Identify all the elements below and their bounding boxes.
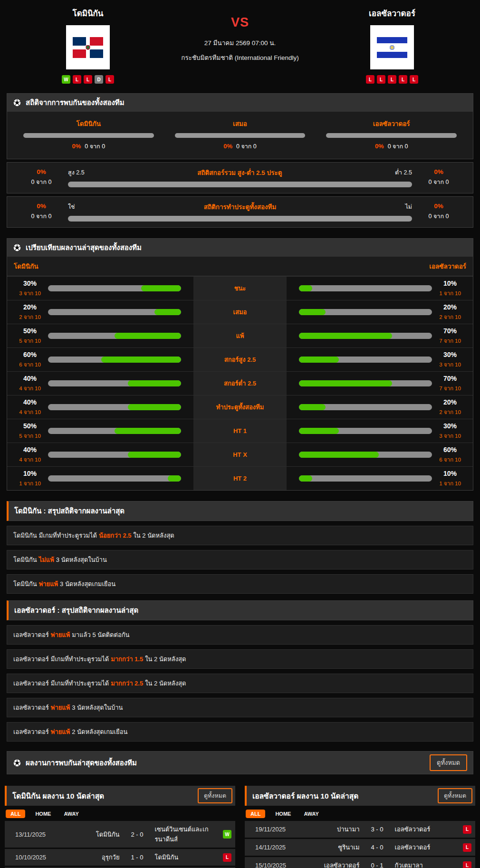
h2h-stat-column: เอลซัลวาดอร์ 0%0 จาก 0 bbox=[326, 118, 457, 151]
home-count: 5 จาก 10 bbox=[12, 337, 48, 345]
away-stat-bar bbox=[299, 404, 432, 410]
view-all-button[interactable]: ดูทั้งหมด bbox=[430, 754, 467, 771]
match-date: 15/10/2025 bbox=[249, 862, 297, 868]
filter-tab[interactable]: AWAY bbox=[301, 810, 321, 818]
compare-row: 60% 6 จาก 10 สกอร์สูง 2.5 30% 3 จาก 10 bbox=[7, 347, 473, 371]
match-info: VS 27 มีนาคม 2569 07:00 น. กระชับมิตรทีม… bbox=[176, 4, 304, 84]
away-team: เอลซัลวาดอร์ bbox=[391, 824, 458, 834]
away-stat-bar bbox=[299, 475, 432, 482]
home-count: 5 จาก 10 bbox=[12, 432, 48, 440]
h2h-column-label: เอลซัลวาดอร์ bbox=[326, 118, 457, 129]
summary-text-post: มาแล้ว 5 นัดติดต่อกัน bbox=[72, 631, 129, 638]
home-team: โดมินิกัน bbox=[57, 829, 124, 839]
summary-text-pre: มีเกมที่ทำประตูรวมได้ bbox=[51, 656, 109, 663]
compare-stat-label: HT 1 bbox=[193, 419, 287, 443]
match-datetime: 27 มีนาคม 2569 07:00 น. bbox=[176, 38, 304, 48]
form-result-badge: L bbox=[388, 75, 396, 84]
compare-away-label: เอลซัลวาดอร์ bbox=[429, 261, 466, 271]
home-percent: 10% bbox=[12, 470, 48, 477]
match-score: 1 - 0 bbox=[124, 854, 151, 861]
compare-stat-label: แพ้ bbox=[193, 324, 287, 347]
ou-right-label: ต่ำ 2.5 bbox=[395, 168, 412, 177]
summary-highlight: มากกว่า 2.5 bbox=[111, 680, 143, 687]
away-percent: 60% bbox=[432, 446, 468, 453]
summary-team: เอลซัลวาดอร์ bbox=[13, 680, 49, 687]
summary-text-post: 3 นัดหลังสุดในบ้าน bbox=[72, 704, 123, 711]
result-badge: L bbox=[463, 843, 471, 852]
compare-row: 40% 4 จาก 10 ทำประตูทั้งสองทีม 20% 2 จาก… bbox=[7, 395, 473, 419]
h2h-stat-column: โดมินิกัน 0%0 จาก 0 bbox=[23, 118, 154, 151]
filter-tab[interactable]: HOME bbox=[32, 810, 54, 818]
home-table-tabs: ALLHOMEAWAY bbox=[5, 808, 235, 821]
form-result-badge: L bbox=[410, 75, 418, 84]
away-stat-bar bbox=[299, 380, 432, 386]
away-count: 3 จาก 10 bbox=[432, 360, 468, 369]
match-row[interactable]: 10/10/2025 อุรุกวัย 1 - 0 โดมินิกัน L bbox=[5, 849, 235, 866]
match-date: 19/11/2025 bbox=[249, 826, 297, 833]
home-team: อุรุกวัย bbox=[57, 852, 124, 862]
home-count: 4 จาก 10 bbox=[12, 455, 48, 464]
soccer-ball-icon bbox=[13, 759, 21, 767]
competition-name: กระชับมิตรทีมชาติ (International Friendl… bbox=[176, 52, 304, 63]
view-all-button[interactable]: ดูทั้งหมด bbox=[438, 788, 472, 803]
away-team: เอลซัลวาดอร์ bbox=[391, 842, 458, 852]
away-percent: 70% bbox=[432, 375, 468, 382]
home-percent: 60% bbox=[12, 351, 48, 358]
match-date: 14/11/2025 bbox=[249, 844, 297, 851]
home-team: ปานามา bbox=[297, 824, 364, 834]
compare-row: 30% 3 จาก 10 ชนะ 10% 1 จาก 10 bbox=[7, 276, 473, 300]
match-score: 0 - 1 bbox=[364, 862, 391, 868]
btts-title: สถิติการทำประตูทั้งสองทีม bbox=[204, 202, 277, 212]
form-result-badge: L bbox=[366, 75, 374, 84]
summary-text-post: 3 นัดหลังสุดเกมเยือน bbox=[60, 580, 115, 588]
filter-tab[interactable]: ALL bbox=[246, 810, 265, 818]
summary-team: เอลซัลวาดอร์ bbox=[13, 656, 49, 663]
away-team: โดมินิกัน bbox=[151, 852, 218, 862]
view-all-button[interactable]: ดูทั้งหมด bbox=[198, 788, 232, 803]
match-row[interactable]: 14/11/2025 ซูรินาเม 4 - 0 เอลซัลวาดอร์ L bbox=[245, 839, 475, 856]
away-table-tabs: ALLHOMEAWAY bbox=[245, 808, 475, 821]
match-row[interactable]: 19/11/2025 ปานามา 3 - 0 เอลซัลวาดอร์ L bbox=[245, 821, 475, 838]
match-row[interactable]: 13/11/2025 โดมินิกัน 2 - 0 เซนต์วินเซนต์… bbox=[5, 821, 235, 848]
home-team: เอลซัลวาดอร์ bbox=[297, 860, 364, 868]
away-percent: 10% bbox=[432, 470, 468, 477]
summary-text-post: 2 นัดหลังสุดเกมเยือน bbox=[72, 728, 127, 735]
btts-left-count: 0 จาก 0 bbox=[15, 212, 68, 221]
filter-tab[interactable]: AWAY bbox=[61, 810, 81, 818]
btts-no-label: ไม่ bbox=[405, 202, 412, 212]
h2h-progress-bar bbox=[175, 133, 306, 138]
summary-row: โดมินิกันมีเกมที่ทำประตูรวมได้น้อยกว่า 2… bbox=[7, 526, 473, 545]
summary-row: เอลซัลวาดอร์พ่ายแพ้มาแล้ว 5 นัดติดต่อกัน bbox=[7, 625, 473, 645]
ou-left-count: 0 จาก 0 bbox=[15, 177, 68, 187]
away-stat-bar bbox=[299, 285, 432, 291]
h2h-btts-section: 0% 0 จาก 0 ใช่ สถิติการทำประตูทั้งสองทีม… bbox=[7, 196, 473, 228]
compare-home-label: โดมินิกัน bbox=[14, 261, 38, 271]
home-team: ซูรินาเม bbox=[297, 842, 364, 852]
summary-team: โดมินิกัน bbox=[13, 580, 37, 588]
home-summary-header: โดมินิกัน : สรุปสถิติจากผลงานล่าสุด bbox=[7, 501, 473, 521]
summary-text-pre: มีเกมที่ทำประตูรวมได้ bbox=[39, 532, 97, 539]
home-stat-bar bbox=[48, 357, 181, 363]
home-table-rows: 13/11/2025 โดมินิกัน 2 - 0 เซนต์วินเซนต์… bbox=[5, 821, 235, 868]
match-row[interactable]: 15/10/2025 เอลซัลวาดอร์ 0 - 1 กัวเตมาลา … bbox=[245, 857, 475, 868]
home-stat-bar bbox=[48, 333, 181, 339]
h2h-stats-section: สถิติจากการพบกันของทั้งสองทีม โดมินิกัน … bbox=[7, 93, 473, 159]
home-team-name: โดมินิกัน bbox=[73, 7, 104, 19]
summary-highlight: พ่ายแพ้ bbox=[39, 580, 58, 588]
soccer-ball-icon bbox=[13, 243, 21, 252]
away-form-badges: LLLLL bbox=[366, 75, 418, 84]
home-percent: 40% bbox=[12, 375, 48, 382]
btts-progress-bar bbox=[68, 216, 412, 222]
h2h-count: 0 จาก 0 bbox=[85, 143, 105, 150]
summary-text-post: ใน 2 นัดหลังสุด bbox=[145, 680, 186, 687]
h2h-progress-bar bbox=[23, 133, 154, 138]
filter-tab[interactable]: HOME bbox=[272, 810, 294, 818]
away-team-block: เอลซัลวาดอร์ LLLLL bbox=[304, 4, 480, 84]
home-stat-bar bbox=[48, 428, 181, 434]
compare-stat-label: HT 2 bbox=[193, 467, 287, 490]
filter-tab[interactable]: ALL bbox=[6, 810, 25, 818]
result-badge: W bbox=[223, 830, 231, 839]
summary-team: โดมินิกัน bbox=[13, 556, 37, 563]
result-badge: L bbox=[463, 861, 471, 868]
away-stat-bar bbox=[299, 428, 432, 434]
